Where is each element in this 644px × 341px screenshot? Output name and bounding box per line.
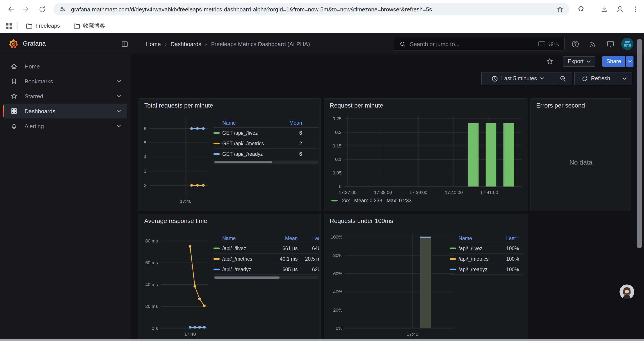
- legend-row[interactable]: /api/_/readyz605 µs620: [214, 264, 319, 275]
- refresh-interval-button[interactable]: [617, 72, 632, 85]
- legend-column-header[interactable]: Name: [222, 235, 268, 241]
- legend-inline[interactable]: 2xx Mean: 0.233 Max: 0.233: [332, 198, 412, 203]
- scrollbar-thumb[interactable]: [214, 161, 272, 163]
- legend-table: NameLast */api/_/livez100%/api/_/metrics…: [450, 233, 522, 275]
- breadcrumb-dashboards[interactable]: Dashboards: [170, 41, 201, 47]
- assistant-avatar-button[interactable]: [620, 284, 634, 299]
- chevron-down-icon[interactable]: [116, 125, 121, 127]
- menu-button[interactable]: [630, 4, 641, 15]
- legend-horizontal-scrollbar[interactable]: [214, 276, 319, 279]
- chevron-down-icon[interactable]: [116, 80, 121, 83]
- help-button[interactable]: [570, 39, 580, 49]
- x-axis-tick-label: 17:40:00: [445, 190, 463, 195]
- series-name[interactable]: GET /api/_/readyz: [222, 151, 271, 156]
- series-name[interactable]: 2xx: [342, 198, 350, 203]
- forward-button[interactable]: [21, 4, 32, 15]
- legend-column-header[interactable]: Name: [222, 120, 271, 125]
- sidebar-nav: HomeBookmarksStarredDashboardsAlerting: [0, 55, 131, 133]
- bookmark-star-button[interactable]: [556, 6, 564, 13]
- legend-column-header[interactable]: Name: [458, 235, 496, 241]
- arrow-left-icon: [6, 5, 15, 14]
- site-settings-icon[interactable]: [59, 5, 67, 13]
- panel-title[interactable]: Errors per second: [536, 102, 585, 109]
- time-range-button[interactable]: Last 5 minutes: [482, 72, 554, 85]
- bookmark-folder-blogs[interactable]: 收藏博客: [70, 21, 108, 31]
- legend-row[interactable]: GET /api/_/livez6: [214, 128, 319, 138]
- panel-title[interactable]: Requests under 100ms: [330, 217, 393, 224]
- bookmark-folder-label: Freeleaps: [36, 23, 60, 29]
- zoom-out-button[interactable]: [554, 72, 572, 85]
- back-button[interactable]: [5, 4, 16, 15]
- series-color-pill: [450, 268, 456, 270]
- news-button[interactable]: [588, 39, 598, 49]
- y-axis-tick-label: 0%: [336, 326, 342, 331]
- legend-row[interactable]: GET /api/_/metrics2: [214, 138, 319, 149]
- chevron-down-icon: [540, 77, 544, 80]
- export-button[interactable]: Export: [563, 56, 595, 67]
- series-name[interactable]: /api/_/livez: [458, 245, 496, 251]
- series-name[interactable]: /api/_/readyz: [458, 267, 496, 272]
- extensions-button[interactable]: [575, 4, 586, 15]
- keyboard-icon: [538, 41, 545, 47]
- legend-column-header[interactable]: Mean: [270, 235, 298, 241]
- star-icon: [556, 6, 564, 13]
- scrollbar-thumb[interactable]: [214, 276, 280, 279]
- sidebar-collapse-button[interactable]: [119, 39, 130, 49]
- legend-column-header[interactable]: Last *: [498, 235, 519, 241]
- favorite-star-button[interactable]: [544, 56, 555, 67]
- apps-icon: [10, 108, 18, 115]
- series-name[interactable]: GET /api/_/metrics: [222, 141, 271, 146]
- url-text[interactable]: grafana.mathmast.com/d/deytv4rwavabkb/fr…: [71, 6, 556, 13]
- series-name[interactable]: GET /api/_/livez: [222, 130, 271, 135]
- legend-row[interactable]: /api/_/metrics40.1 ms20.5 m: [214, 254, 319, 264]
- legend-row[interactable]: /api/_/readyz100%: [450, 264, 522, 275]
- star-icon: [546, 58, 554, 65]
- share-button[interactable]: Share: [602, 56, 625, 67]
- sidebar-item-home[interactable]: Home: [3, 59, 127, 74]
- legend-column-header[interactable]: Las: [300, 235, 319, 241]
- help-icon: [571, 40, 579, 48]
- sidebar-item-alerting[interactable]: Alerting: [3, 119, 127, 133]
- screen: grafana.mathmast.com/d/deytv4rwavabkb/fr…: [0, 0, 644, 341]
- bar: [504, 123, 514, 187]
- panel-title[interactable]: Total requests per minute: [144, 102, 213, 109]
- sidebar-item-dashboards[interactable]: Dashboards: [3, 104, 127, 119]
- chart-area[interactable]: 0.250.20.150.10.05017:37:0017:38:0017:39…: [326, 113, 525, 197]
- sidebar-item-starred[interactable]: Starred: [3, 89, 127, 104]
- panel-title[interactable]: Request per minute: [330, 102, 383, 109]
- chevron-down-icon[interactable]: [116, 110, 121, 112]
- chart-area[interactable]: 6543217:40: [141, 115, 212, 206]
- series-name[interactable]: /api/_/metrics: [222, 256, 268, 261]
- chart-area[interactable]: 100%80%60%40%20%0%17:40: [326, 232, 458, 339]
- search-input[interactable]: Search or jump to... ⌘+k: [394, 37, 565, 51]
- user-avatar-button[interactable]: [621, 38, 634, 50]
- share-menu-button[interactable]: [626, 56, 634, 67]
- legend-horizontal-scrollbar[interactable]: [214, 161, 319, 164]
- chart-area[interactable]: 80 ms60 ms40 ms20 ms0 s17:40: [141, 232, 212, 339]
- series-name[interactable]: /api/_/metrics: [458, 256, 496, 261]
- breadcrumb-home[interactable]: Home: [146, 41, 161, 47]
- bookmark-folder-freeleaps[interactable]: Freeleaps: [22, 21, 63, 31]
- vertical-scrollbar-thumb[interactable]: [637, 39, 642, 248]
- chevron-down-icon[interactable]: [116, 95, 121, 97]
- legend-column-header[interactable]: Mean: [274, 120, 302, 125]
- panel-title[interactable]: Average response time: [144, 217, 207, 224]
- grafana-logo[interactable]: [9, 39, 18, 49]
- legend-row[interactable]: /api/_/livez100%: [450, 243, 522, 254]
- legend-row[interactable]: GET /api/_/readyz6: [214, 149, 319, 159]
- series-name[interactable]: /api/_/livez: [222, 245, 268, 251]
- sidebar-item-bookmarks[interactable]: Bookmarks: [3, 74, 127, 89]
- downloads-button[interactable]: [599, 4, 609, 15]
- series-color-pill: [214, 258, 220, 260]
- url-bar[interactable]: grafana.mathmast.com/d/deytv4rwavabkb/fr…: [54, 3, 569, 15]
- profile-button[interactable]: [615, 4, 625, 15]
- series-name[interactable]: /api/_/readyz: [222, 267, 268, 272]
- refresh-button[interactable]: Refresh: [575, 72, 617, 85]
- legend-row[interactable]: /api/_/metrics100%: [450, 254, 522, 264]
- kiosk-mode-button[interactable]: [605, 39, 616, 49]
- divider: [17, 22, 18, 30]
- reload-button[interactable]: [37, 4, 47, 15]
- legend-row[interactable]: /api/_/livez661 µs646: [214, 243, 319, 254]
- apps-grid-button[interactable]: [5, 22, 13, 30]
- rss-icon: [589, 40, 597, 48]
